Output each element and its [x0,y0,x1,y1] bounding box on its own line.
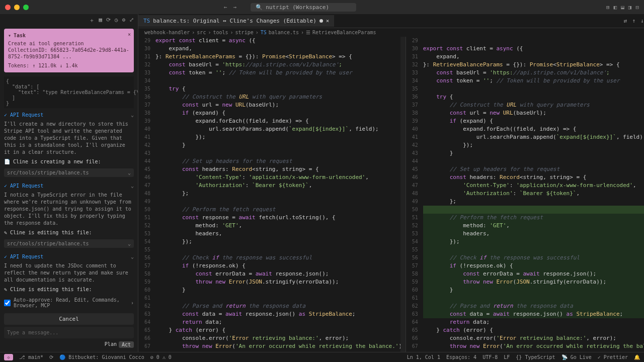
bitbucket-status[interactable]: 🔵 Bitbucket: Giovanni Cocco [59,354,144,360]
check-icon: ✓ [4,254,7,259]
close-window[interactable] [5,5,11,10]
mcp-icon[interactable]: ▦ [99,17,102,24]
editing-file-row-2: ✎Cline is editing this file: [4,285,134,294]
file-add-icon: 📄 [4,159,10,164]
api-request-3[interactable]: ✓API Request⌄ [4,250,134,261]
api-body-1: I'll create a new directory to store thi… [4,120,134,157]
layout-bottom-icon[interactable]: ⬓ [621,4,624,11]
tab-bar: TS balance.ts: Original ↔ Cline's Change… [138,14,644,28]
window-controls [5,5,29,10]
chevron-right-icon: › [131,300,134,306]
encoding-status[interactable]: UTF-8 [482,354,498,360]
breadcrumb[interactable]: webhook-handler›src›tools›stripe›TSbalan… [138,28,644,37]
chevron-down-icon: ⌄ [128,241,131,246]
titlebar: ← → 🔍 nutript (Workspace) ⊞ ◧ ⬓ ◨ ⊟ [0,0,644,14]
collapse-icon[interactable]: ⤢ [129,17,134,24]
api-body-3: I need to update the JSDoc comment to re… [4,261,134,285]
api-request-2[interactable]: ✓API Request⌄ [4,179,134,191]
new-task-icon[interactable]: ＋ [89,17,95,24]
minimap-left[interactable] [400,37,406,352]
edit-icon: ✎ [4,230,7,235]
editor-area: TS balance.ts: Original ↔ Cline's Change… [138,14,644,352]
edit-icon: ✎ [4,287,7,292]
compare-icon[interactable]: ⇄ [624,18,627,24]
remote-indicator[interactable]: ⟐ [4,354,13,360]
file-path-1[interactable]: src/tools/stripe/balance.ts⌄ [4,168,134,177]
api-body-2: I notice a TypeScript error in the file … [4,191,134,228]
tab-label: balance.ts: Original ↔ Cline's Changes (… [153,18,316,24]
chevron-down-icon: ⌄ [128,170,131,175]
copilot-icon[interactable]: ⊞ [606,4,610,11]
lang-status[interactable]: {} TypeScript [516,354,555,360]
task-desc-1: Create ai tool generation [8,40,130,47]
next-change-icon[interactable]: ↓ [640,18,644,24]
chevron-down-icon: ⌄ [131,183,134,189]
close-icon[interactable]: × [128,32,131,37]
task-title: Task [14,33,26,38]
indent-status[interactable]: Espaços: 4 [446,354,476,360]
chevron-down-icon: ⌄ [131,254,134,259]
prev-change-icon[interactable]: ↑ [632,18,635,24]
branch-indicator[interactable]: ⎇ main* [19,354,43,360]
maximize-window[interactable] [23,5,29,10]
json-output: { "data": [ "text": "type RetrieveBalanc… [4,76,134,108]
file-path-2[interactable]: src/tools/stripe/balance.ts⌄ [4,239,134,248]
notifications-icon[interactable]: 🔔 [634,354,640,360]
nav-arrows: ← → [224,4,236,11]
search-icon: 🔍 [256,4,263,11]
editing-file-row-1: ✎Cline is editing this file: [4,228,134,237]
minimize-window[interactable] [14,5,20,10]
task-tokens: Tokens: ↑ 121.0k ↓ 1.4k [8,63,130,68]
chevron-down-icon[interactable]: ▾ [8,33,11,38]
search-text: nutript (Workspace) [266,4,329,11]
ts-icon: TS [143,18,150,24]
close-tab-icon[interactable]: × [326,18,330,24]
cline-sidebar: ＋ ▦ ⟳ ◷ ⚙ ⤢ ▾Task × Create ai tool gener… [0,14,138,352]
nav-back[interactable]: ← [224,4,227,11]
task-card: ▾Task × Create ai tool generation Collec… [4,29,134,72]
nav-forward[interactable]: → [233,4,237,11]
history-icon[interactable]: ⟳ [106,17,111,24]
auto-approve-row[interactable]: Auto-approve: Read, Edit, Commands, Brow… [4,294,134,311]
creating-file-row: 📄Cline is creating a new file: [4,157,134,166]
act-toggle[interactable]: Act [119,341,134,348]
modified-dot-icon [319,19,323,23]
layout-right-icon[interactable]: ◨ [628,4,632,11]
layout-panel-icon[interactable]: ⊟ [635,4,639,11]
layout-left-icon[interactable]: ◧ [614,4,617,11]
prettier-status[interactable]: ✓ Prettier [598,354,628,360]
diff-original-pane[interactable]: 2930313233343536373839404142434445464748… [138,37,406,352]
golive-status[interactable]: 📡 Go Live [561,354,592,360]
message-input[interactable]: Type a message... [4,327,134,338]
check-icon: ✓ [4,183,7,189]
check-icon: ✓ [4,112,7,118]
errors-status[interactable]: ⊘ 0 ⚠ 0 [150,354,172,360]
api-request-1[interactable]: ✓API Request⌄ [4,108,134,120]
auto-approve-checkbox[interactable] [4,300,11,306]
cancel-button[interactable]: Cancel [4,313,134,325]
task-desc-2: CollectionID: 665823-7a054d2e-29d8-441a-… [8,47,130,60]
account-icon[interactable]: ◷ [115,17,118,24]
chevron-down-icon: ⌄ [131,112,134,118]
cursor-pos[interactable]: Ln 1, Col 1 [407,354,440,360]
plan-toggle[interactable]: Plan [105,341,117,348]
command-search[interactable]: 🔍 nutript (Workspace) [251,3,356,12]
sync-icon[interactable]: ⟳ [49,354,53,360]
diff-modified-pane[interactable]: 2930313233343536373839404142434445464748… [406,37,644,352]
diff-tab[interactable]: TS balance.ts: Original ↔ Cline's Change… [138,15,335,27]
eol-status[interactable]: LF [504,354,510,360]
statusbar: ⟐ ⎇ main* ⟳ 🔵 Bitbucket: Giovanni Cocco … [0,352,644,362]
settings-icon[interactable]: ⚙ [122,17,125,24]
